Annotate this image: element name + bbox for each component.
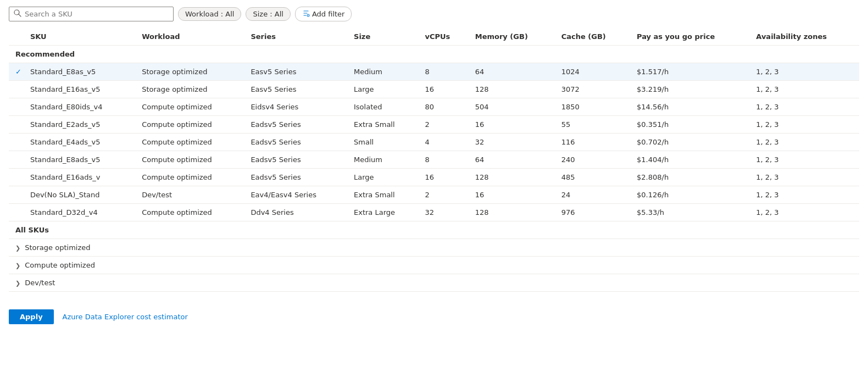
cell-zones: 1, 2, 3 bbox=[749, 186, 859, 204]
cell-cache: 1850 bbox=[555, 98, 630, 116]
chevron-right-icon: ❯ bbox=[15, 262, 20, 269]
table-row[interactable]: Standard_E16ads_vCompute optimizedEadsv5… bbox=[9, 169, 859, 186]
collapsible-group-row[interactable]: ❯Compute optimized bbox=[9, 257, 859, 274]
cell-zones: 1, 2, 3 bbox=[749, 98, 859, 116]
add-filter-label: Add filter bbox=[312, 10, 345, 18]
search-input[interactable] bbox=[25, 10, 169, 18]
cell-price: $1.404/h bbox=[630, 151, 749, 169]
cell-zones: 1, 2, 3 bbox=[749, 204, 859, 221]
table-row[interactable]: Standard_E4ads_v5Compute optimizedEadsv5… bbox=[9, 134, 859, 151]
cell-series: Eidsv4 Series bbox=[244, 98, 347, 116]
cell-series: Eadsv5 Series bbox=[244, 116, 347, 134]
col-memory: Memory (GB) bbox=[469, 28, 555, 46]
check-cell bbox=[9, 151, 24, 169]
group-label: Storage optimized bbox=[25, 243, 90, 252]
table-body: Recommended ✓Standard_E8as_v5Storage opt… bbox=[9, 46, 859, 292]
cell-cache: 976 bbox=[555, 204, 630, 221]
table-row[interactable]: Dev(No SLA)_StandDev/testEav4/Easv4 Seri… bbox=[9, 186, 859, 204]
col-sku: SKU bbox=[24, 28, 135, 46]
cell-price: $5.33/h bbox=[630, 204, 749, 221]
cell-cache: 485 bbox=[555, 169, 630, 186]
cell-memory: 16 bbox=[469, 186, 555, 204]
cell-vcpus: 2 bbox=[418, 186, 468, 204]
cell-memory: 128 bbox=[469, 204, 555, 221]
collapsible-group-row[interactable]: ❯Dev/test bbox=[9, 274, 859, 292]
cell-size: Large bbox=[347, 81, 418, 98]
size-filter-chip[interactable]: Size : All bbox=[246, 7, 290, 21]
cell-price: $0.126/h bbox=[630, 186, 749, 204]
cell-size: Extra Large bbox=[347, 204, 418, 221]
cell-series: Eadsv5 Series bbox=[244, 169, 347, 186]
cell-vcpus: 16 bbox=[418, 81, 468, 98]
cell-workload: Dev/test bbox=[135, 186, 244, 204]
cell-memory: 128 bbox=[469, 169, 555, 186]
cell-vcpus: 4 bbox=[418, 134, 468, 151]
add-filter-chip[interactable]: Add filter bbox=[295, 7, 352, 21]
cell-size: Extra Small bbox=[347, 116, 418, 134]
cell-zones: 1, 2, 3 bbox=[749, 116, 859, 134]
cell-cache: 1024 bbox=[555, 63, 630, 81]
bottom-bar: Apply Azure Data Explorer cost estimator bbox=[9, 303, 859, 324]
check-cell bbox=[9, 81, 24, 98]
cell-cache: 240 bbox=[555, 151, 630, 169]
table-row[interactable]: Standard_E8ads_v5Compute optimizedEadsv5… bbox=[9, 151, 859, 169]
svg-line-1 bbox=[19, 14, 21, 16]
workload-filter-chip[interactable]: Workload : All bbox=[178, 7, 241, 21]
cell-vcpus: 8 bbox=[418, 63, 468, 81]
cell-zones: 1, 2, 3 bbox=[749, 63, 859, 81]
cell-price: $14.56/h bbox=[630, 98, 749, 116]
cell-price: $0.702/h bbox=[630, 134, 749, 151]
cell-size: Extra Small bbox=[347, 186, 418, 204]
table-row[interactable]: Standard_E2ads_v5Compute optimizedEadsv5… bbox=[9, 116, 859, 134]
cell-sku: Standard_E2ads_v5 bbox=[24, 116, 135, 134]
cell-series: Easv5 Series bbox=[244, 81, 347, 98]
top-bar: Workload : All Size : All Add filter bbox=[9, 7, 859, 21]
cell-cache: 116 bbox=[555, 134, 630, 151]
cell-cache: 3072 bbox=[555, 81, 630, 98]
col-series: Series bbox=[244, 28, 347, 46]
cell-cache: 55 bbox=[555, 116, 630, 134]
check-cell bbox=[9, 204, 24, 221]
section-all-skus: All SKUs bbox=[9, 221, 859, 239]
cell-workload: Compute optimized bbox=[135, 134, 244, 151]
cell-vcpus: 80 bbox=[418, 98, 468, 116]
cell-series: Easv5 Series bbox=[244, 63, 347, 81]
chevron-right-icon: ❯ bbox=[15, 280, 20, 287]
check-cell bbox=[9, 98, 24, 116]
group-label: Dev/test bbox=[25, 279, 55, 287]
size-filter-label: Size : All bbox=[253, 10, 283, 18]
cell-sku: Standard_E4ads_v5 bbox=[24, 134, 135, 151]
col-size: Size bbox=[347, 28, 418, 46]
collapsible-group-row[interactable]: ❯Storage optimized bbox=[9, 239, 859, 257]
search-icon bbox=[14, 9, 21, 19]
cost-estimator-link[interactable]: Azure Data Explorer cost estimator bbox=[63, 313, 188, 321]
search-box[interactable] bbox=[9, 7, 174, 21]
table-row[interactable]: Standard_E80ids_v4Compute optimizedEidsv… bbox=[9, 98, 859, 116]
cell-workload: Storage optimized bbox=[135, 81, 244, 98]
apply-button[interactable]: Apply bbox=[9, 309, 54, 324]
group-label: Compute optimized bbox=[25, 261, 95, 269]
cell-sku: Standard_E8as_v5 bbox=[24, 63, 135, 81]
cell-memory: 504 bbox=[469, 98, 555, 116]
workload-filter-label: Workload : All bbox=[185, 10, 234, 18]
cell-sku: Standard_E8ads_v5 bbox=[24, 151, 135, 169]
col-zones: Availability zones bbox=[749, 28, 859, 46]
cell-series: Eadsv5 Series bbox=[244, 151, 347, 169]
table-row[interactable]: Standard_E16as_v5Storage optimizedEasv5 … bbox=[9, 81, 859, 98]
cell-workload: Compute optimized bbox=[135, 116, 244, 134]
check-cell bbox=[9, 134, 24, 151]
cell-memory: 64 bbox=[469, 63, 555, 81]
table-row[interactable]: Standard_D32d_v4Compute optimizedDdv4 Se… bbox=[9, 204, 859, 221]
cell-memory: 32 bbox=[469, 134, 555, 151]
cell-vcpus: 32 bbox=[418, 204, 468, 221]
check-cell: ✓ bbox=[9, 63, 24, 81]
cell-sku: Standard_E80ids_v4 bbox=[24, 98, 135, 116]
table-row[interactable]: ✓Standard_E8as_v5Storage optimizedEasv5 … bbox=[9, 63, 859, 81]
sku-table: SKU Workload Series Size vCPUs Memory (G… bbox=[9, 28, 859, 292]
col-workload: Workload bbox=[135, 28, 244, 46]
cell-vcpus: 2 bbox=[418, 116, 468, 134]
col-vcpus: vCPUs bbox=[418, 28, 468, 46]
cell-size: Isolated bbox=[347, 98, 418, 116]
cell-price: $3.219/h bbox=[630, 81, 749, 98]
cell-series: Eav4/Easv4 Series bbox=[244, 186, 347, 204]
